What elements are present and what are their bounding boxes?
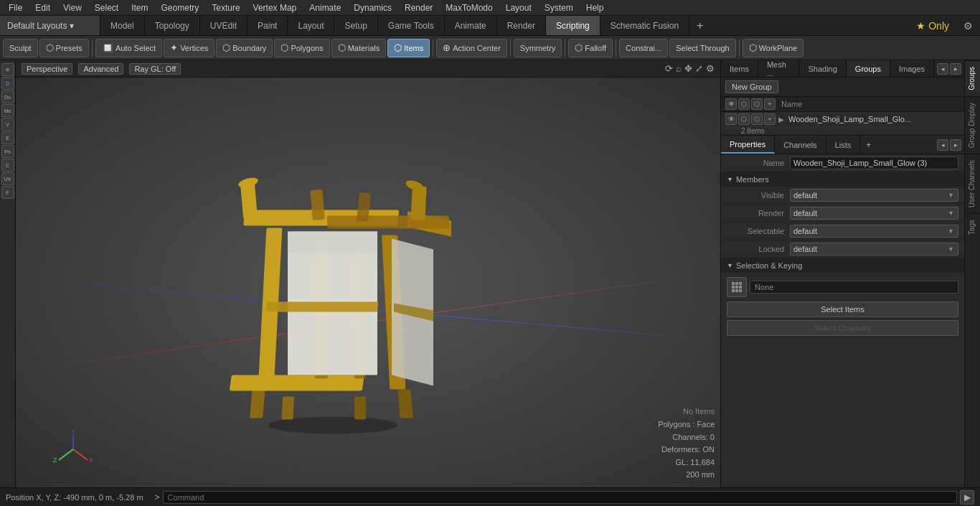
vtab-groups[interactable]: Groups xyxy=(965,60,980,96)
left-sidebar-btn-9[interactable]: UV xyxy=(1,172,14,185)
viewport-maximize-icon[interactable]: ⤢ xyxy=(695,63,703,74)
col-icon-mesh[interactable]: ⬡ xyxy=(738,98,750,110)
select-through-button[interactable]: Select Through xyxy=(669,39,735,57)
menu-maxtomodo[interactable]: MaxToModo xyxy=(440,1,498,14)
action-center-button[interactable]: ⊕ Action Center xyxy=(436,39,507,57)
left-sidebar-btn-7[interactable]: Po xyxy=(1,145,14,158)
left-sidebar-btn-8[interactable]: C xyxy=(1,159,14,172)
menu-help[interactable]: Help xyxy=(580,1,610,14)
viewport-3d[interactable]: No Items Polygons : Face Channels: 0 Def… xyxy=(16,78,720,487)
rp-sub-tab-channels[interactable]: Channels xyxy=(775,136,826,154)
select-items-button[interactable]: Select Items xyxy=(727,301,958,317)
layout-gear-icon[interactable]: ⚙ xyxy=(956,20,980,32)
rp-tab-groups[interactable]: Groups xyxy=(847,60,890,77)
layout-tab-schematic[interactable]: Schematic Fusion xyxy=(600,16,689,35)
items-button[interactable]: ⬡ Items xyxy=(387,39,430,57)
layout-tab-setup[interactable]: Setup xyxy=(334,16,377,35)
layout-tab-gametools[interactable]: Game Tools xyxy=(378,16,445,35)
viewport-render-badge[interactable]: Advanced xyxy=(78,63,123,75)
menu-texture[interactable]: Texture xyxy=(206,1,245,14)
menu-geometry[interactable]: Geometry xyxy=(156,1,205,14)
prop-render-select[interactable]: default xyxy=(790,207,958,220)
left-sidebar-btn-3[interactable]: Du xyxy=(1,90,14,103)
vertices-button[interactable]: ✦ Vertices xyxy=(164,39,215,57)
menu-dynamics[interactable]: Dynamics xyxy=(348,1,397,14)
symmetry-button[interactable]: Symmetry xyxy=(514,39,562,57)
prop-locked-select[interactable]: default xyxy=(790,243,958,256)
command-execute-button[interactable]: ▶ xyxy=(960,490,974,505)
left-sidebar-btn-1[interactable]: ≡ xyxy=(1,63,14,76)
viewport-gl-badge[interactable]: Ray GL: Off xyxy=(129,63,181,75)
sel-keying-header[interactable]: ▼ Selection & Keying xyxy=(721,258,964,273)
command-input[interactable] xyxy=(163,491,957,504)
falloff-button[interactable]: ⬡ Falloff xyxy=(568,39,613,57)
rp-tab-images[interactable]: Images xyxy=(890,60,934,77)
menu-render[interactable]: Render xyxy=(399,1,438,14)
left-sidebar-btn-6[interactable]: E xyxy=(1,131,14,144)
rp-tab-shading[interactable]: Shading xyxy=(799,60,846,77)
rp-sub-tab-lists[interactable]: Lists xyxy=(826,136,861,154)
materials-button[interactable]: ⬡ Materials xyxy=(331,39,387,57)
viewport-rotate-icon[interactable]: ⟳ xyxy=(665,63,673,74)
rp-tab-mesh[interactable]: Mesh ... xyxy=(758,60,800,77)
keying-dots-icon[interactable] xyxy=(727,277,747,297)
layout-tab-animate[interactable]: Animate xyxy=(445,16,497,35)
layout-tab-topology[interactable]: Topology xyxy=(145,16,200,35)
viewport-mode-badge[interactable]: Perspective xyxy=(22,63,72,75)
prop-selectable-select[interactable]: default xyxy=(790,225,958,238)
tree-expand-icon[interactable]: ▶ xyxy=(778,116,784,123)
rp-bottom-expand[interactable]: ▸ xyxy=(950,139,961,151)
rp-tab-items[interactable]: Items xyxy=(721,60,758,77)
constraints-button[interactable]: Constrai... xyxy=(619,39,668,57)
prop-name-field[interactable] xyxy=(790,156,958,169)
workplane-button[interactable]: ⬡ WorkPlane xyxy=(743,39,804,57)
auto-select-button[interactable]: 🔲 Auto Select xyxy=(95,39,162,57)
col-icon-eye[interactable]: 👁 xyxy=(725,98,737,110)
new-group-button[interactable]: New Group xyxy=(725,80,778,93)
left-sidebar-btn-4[interactable]: Me xyxy=(1,104,14,117)
layout-plus-button[interactable]: + xyxy=(689,19,710,32)
menu-system[interactable]: System xyxy=(539,1,579,14)
tree-render-icon[interactable]: ⬡ xyxy=(751,113,763,125)
tree-item-lamp-group[interactable]: 👁 ⬡ ⬡ + ▶ Wooden_Shoji_Lamp_Small_Glo... xyxy=(721,112,964,127)
tree-mesh-icon[interactable]: ⬡ xyxy=(738,113,750,125)
select-channels-button[interactable]: Select Channels xyxy=(727,320,958,336)
layout-tab-render[interactable]: Render xyxy=(497,16,546,35)
vtab-group-display[interactable]: Group Display xyxy=(965,96,980,154)
tree-lock-icon[interactable]: + xyxy=(764,113,776,125)
menu-animate[interactable]: Animate xyxy=(303,1,347,14)
layout-tab-model[interactable]: Model xyxy=(100,16,145,35)
col-icon-plus[interactable]: + xyxy=(764,98,776,110)
menu-view[interactable]: View xyxy=(57,1,88,14)
layout-dropdown[interactable]: Default Layouts ▾ xyxy=(0,16,100,35)
left-sidebar-btn-2[interactable]: D xyxy=(1,77,14,90)
menu-layout[interactable]: Layout xyxy=(500,1,537,14)
vtab-user-channels[interactable]: User Channels xyxy=(965,154,980,213)
vtab-tags[interactable]: Tags xyxy=(965,213,980,240)
menu-select[interactable]: Select xyxy=(89,1,124,14)
col-icon-render[interactable]: ⬡ xyxy=(751,98,763,110)
tree-eye-icon[interactable]: 👁 xyxy=(725,113,737,125)
layout-tab-uvedit[interactable]: UVEdit xyxy=(200,16,248,35)
viewport-zoom-icon[interactable]: ⌕ xyxy=(676,63,682,74)
layout-tab-layout[interactable]: Layout xyxy=(288,16,334,35)
layout-tab-paint[interactable]: Paint xyxy=(248,16,288,35)
sculpt-button[interactable]: Sculpt xyxy=(3,39,38,57)
menu-edit[interactable]: Edit xyxy=(29,1,56,14)
layout-tab-scripting[interactable]: Scripting xyxy=(546,16,600,35)
rp-expand-btn[interactable]: ▸ xyxy=(950,63,961,75)
boundary-button[interactable]: ⬡ Boundary xyxy=(216,39,273,57)
menu-item[interactable]: Item xyxy=(126,1,154,14)
viewport-settings-icon[interactable]: ⚙ xyxy=(706,63,715,74)
presets-button[interactable]: ⬡ Presets xyxy=(39,39,89,57)
left-sidebar-btn-5[interactable]: V xyxy=(1,118,14,131)
rp-bottom-collapse[interactable]: ◂ xyxy=(937,139,948,151)
prop-visible-select[interactable]: default xyxy=(790,189,958,202)
left-sidebar-btn-10[interactable]: F xyxy=(1,186,14,199)
menu-vertex-map[interactable]: Vertex Map xyxy=(248,1,303,14)
rp-sub-tab-add[interactable]: + xyxy=(860,136,877,154)
viewport-pan-icon[interactable]: ✥ xyxy=(684,63,692,74)
rp-sub-tab-properties[interactable]: Properties xyxy=(721,136,775,154)
members-section-header[interactable]: ▼ Members xyxy=(721,172,964,187)
rp-collapse-btn[interactable]: ◂ xyxy=(937,63,948,75)
